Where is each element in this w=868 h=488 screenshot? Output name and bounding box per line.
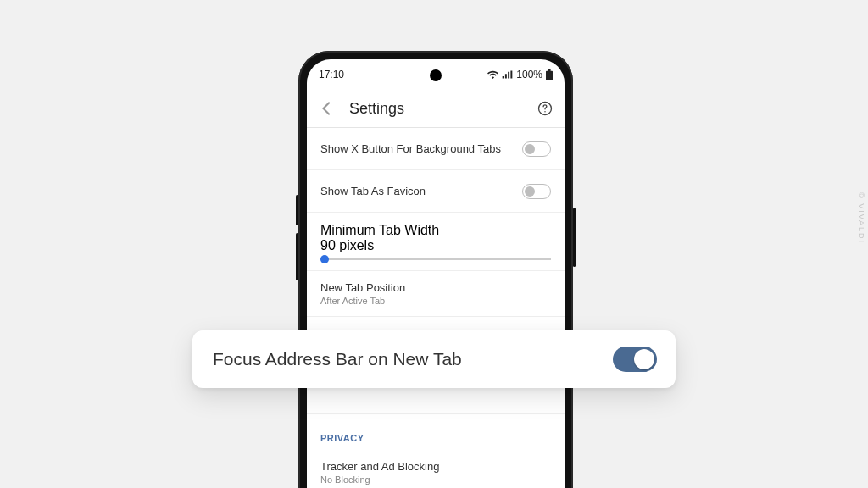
phone-side-button xyxy=(296,233,298,280)
help-button[interactable] xyxy=(534,97,556,119)
svg-point-1 xyxy=(544,111,546,113)
setting-label: New Tab Position xyxy=(320,281,551,294)
setting-show-tab-favicon[interactable]: Show Tab As Favicon xyxy=(307,170,565,213)
setting-label: Minimum Tab Width xyxy=(320,223,551,238)
setting-show-x-button[interactable]: Show X Button For Background Tabs xyxy=(307,128,565,170)
settings-navbar: Settings xyxy=(307,90,565,127)
setting-new-tab-position[interactable]: New Tab Position After Active Tab xyxy=(307,271,565,317)
toggle-switch[interactable] xyxy=(522,141,551,157)
setting-label: Show Tab As Favicon xyxy=(320,185,426,197)
phone-screen: 17:10 100% Settings xyxy=(307,59,565,488)
phone-side-button xyxy=(573,208,576,267)
status-battery-pct: 100% xyxy=(516,69,542,80)
back-button[interactable] xyxy=(315,97,337,119)
phone-frame: 17:10 100% Settings xyxy=(298,51,573,488)
toggle-switch[interactable] xyxy=(522,184,551,199)
slider-thumb[interactable] xyxy=(320,255,329,263)
setting-minimum-tab-width[interactable]: Minimum Tab Width 90 pixels xyxy=(307,213,565,271)
page-title: Settings xyxy=(349,100,526,118)
highlighted-setting-card[interactable]: Focus Address Bar on New Tab xyxy=(192,330,676,388)
setting-label: Focus Address Bar on New Tab xyxy=(213,349,462,369)
setting-value: 90 pixels xyxy=(320,238,551,253)
toggle-switch[interactable] xyxy=(613,347,657,372)
battery-icon xyxy=(546,69,553,80)
setting-label: Show X Button For Background Tabs xyxy=(320,142,501,155)
setting-tracker-ad-blocking[interactable]: Tracker and Ad Blocking No Blocking xyxy=(307,450,565,488)
setting-label: Tracker and Ad Blocking xyxy=(320,460,551,473)
signal-icon xyxy=(502,70,513,79)
privacy-section-header: PRIVACY xyxy=(307,414,565,450)
chevron-left-icon xyxy=(321,102,331,115)
setting-value: No Blocking xyxy=(320,474,551,485)
help-icon xyxy=(537,101,553,116)
slider-track[interactable] xyxy=(320,258,551,260)
status-time: 17:10 xyxy=(319,69,344,80)
phone-camera-cutout xyxy=(430,69,442,81)
wifi-icon xyxy=(487,70,498,79)
setting-value: After Active Tab xyxy=(320,296,551,306)
phone-side-button xyxy=(296,195,298,225)
watermark-text: © VIVALDI xyxy=(857,192,865,244)
